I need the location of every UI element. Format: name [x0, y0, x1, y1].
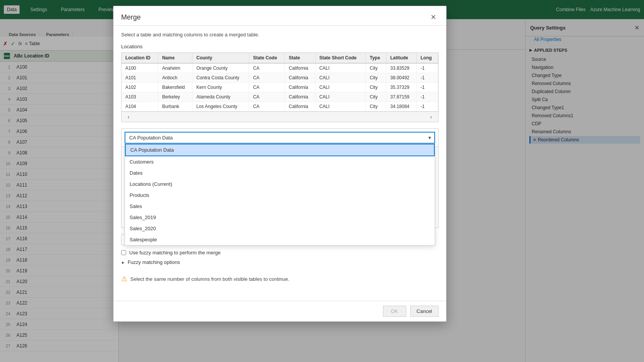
table-cell: Los Angeles County — [192, 102, 249, 111]
table-cell: Antioch — [158, 73, 192, 83]
table-column-header[interactable]: Location ID — [122, 53, 158, 63]
modal-header: Merge ✕ — [113, 6, 446, 26]
dropdown-list-item[interactable]: Sales_2019 — [125, 212, 435, 223]
table-cell: -1 — [416, 92, 438, 102]
table-cell: California — [285, 73, 315, 83]
table-cell: City — [366, 102, 386, 111]
table-cell: CA — [249, 102, 285, 111]
table-cell: A102 — [122, 83, 158, 92]
table-cell: City — [366, 92, 386, 102]
table-column-header[interactable]: County — [192, 53, 249, 63]
table-row[interactable]: A103BerkeleyAlameda CountyCACaliforniaCA… — [122, 92, 438, 102]
table-cell: City — [366, 63, 386, 73]
dropdown-list-item[interactable]: Products — [125, 190, 435, 201]
table-column-header[interactable]: Long — [416, 53, 438, 63]
table-column-header[interactable]: Type — [366, 53, 386, 63]
table-column-header[interactable]: Latitude — [386, 53, 416, 63]
table-cell: CA — [249, 63, 285, 73]
table-cell: -1 — [416, 63, 438, 73]
table-row[interactable]: A101AntiochContra Costa CountyCACaliforn… — [122, 73, 438, 83]
fuzzy-checkbox-label[interactable]: Use fuzzy matching to perform the merge — [129, 250, 220, 256]
table-column-header[interactable]: State — [285, 53, 315, 63]
table-cell: CALI — [315, 83, 366, 92]
table-cell: Berkeley — [158, 92, 192, 102]
table-row[interactable]: A100AnaheimOrange CountyCACaliforniaCALI… — [122, 63, 438, 73]
table-cell: CALI — [315, 92, 366, 102]
top-table-wrap: Location IDNameCountyState CodeStateStat… — [121, 52, 439, 122]
table-cell: City — [366, 83, 386, 92]
ok-button[interactable]: OK — [383, 306, 406, 317]
table-cell: Bakersfield — [158, 83, 192, 92]
table-column-header[interactable]: State Code — [249, 53, 285, 63]
dropdown-list[interactable]: CA Population DataCustomersDatesLocation… — [125, 143, 435, 246]
fuzzy-checkbox[interactable] — [121, 250, 126, 255]
dropdown-list-item[interactable]: Sales_2020 — [125, 223, 435, 234]
table-cell: -1 — [416, 73, 438, 83]
modal-title: Merge — [121, 13, 141, 21]
table-cell: Alameda County — [192, 92, 249, 102]
top-table: Location IDNameCountyState CodeStateStat… — [122, 53, 438, 111]
table-cell: California — [285, 102, 315, 111]
table-cell: Contra Costa County — [192, 73, 249, 83]
table-cell: 33.83529 — [386, 63, 416, 73]
top-table-label: Locations — [121, 44, 439, 49]
table-cell: CALI — [315, 102, 366, 111]
table-nav-left[interactable]: ‹ — [125, 113, 133, 121]
table-cell: 35.37329 — [386, 83, 416, 92]
table-cell: California — [285, 92, 315, 102]
table-column-header[interactable]: Name — [158, 53, 192, 63]
table-cell: 34.18084 — [386, 102, 416, 111]
table-row[interactable]: A104BurbankLos Angeles CountyCACaliforni… — [122, 102, 438, 111]
table-cell: Kern County — [192, 83, 249, 92]
fuzzy-expand-label: Fuzzy matching options — [128, 259, 180, 265]
dropdown-list-item[interactable]: Customers — [125, 156, 435, 167]
dropdown-list-item[interactable]: Locations (Current) — [125, 179, 435, 190]
table-cell: -1 — [416, 83, 438, 92]
table-nav-right[interactable]: › — [427, 113, 435, 121]
table-cell: CA — [249, 92, 285, 102]
table-cell: Anaheim — [158, 63, 192, 73]
cancel-button[interactable]: Cancel — [410, 306, 439, 317]
table-cell: California — [285, 83, 315, 92]
modal-footer: OK Cancel — [113, 301, 446, 321]
merge-dialog: Merge ✕ Select a table and matching colu… — [113, 6, 447, 322]
table-cell: A104 — [122, 102, 158, 111]
warning-text: Select the same number of columns from b… — [130, 276, 289, 282]
table-cell: A101 — [122, 73, 158, 83]
fuzzy-expand-icon: ► — [121, 260, 125, 265]
table-cell: Burbank — [158, 102, 192, 111]
table-nav: ‹ › — [122, 111, 438, 122]
table-cell: CA — [249, 73, 285, 83]
dropdown-container: CA Population DataCustomersDatesLocation… — [122, 129, 438, 147]
fuzzy-checkbox-row: Use fuzzy matching to perform the merge — [121, 250, 439, 256]
dropdown-list-item[interactable]: CA Population Data — [125, 144, 435, 156]
fuzzy-expand-row[interactable]: ► Fuzzy matching options — [121, 259, 439, 265]
dropdown-list-item[interactable]: Dates — [125, 167, 435, 179]
warning-icon: ⚠ — [121, 275, 127, 283]
table-dropdown[interactable]: CA Population DataCustomersDatesLocation… — [125, 132, 435, 144]
table-cell: CALI — [315, 73, 366, 83]
table-row[interactable]: A102BakersfieldKern CountyCACaliforniaCA… — [122, 83, 438, 92]
table-cell: -1 — [416, 102, 438, 111]
table-cell: A103 — [122, 92, 158, 102]
table-cell: California — [285, 63, 315, 73]
modal-body: Select a table and matching columns to c… — [113, 26, 446, 297]
warning-row: ⚠ Select the same number of columns from… — [121, 271, 439, 287]
table-cell: CA — [249, 83, 285, 92]
table-cell: CALI — [315, 63, 366, 73]
table-cell: 37.87159 — [386, 92, 416, 102]
table-cell: City — [366, 73, 386, 83]
modal-close-button[interactable]: ✕ — [428, 12, 439, 22]
table-cell: Orange County — [192, 63, 249, 73]
table-column-header[interactable]: State Short Code — [315, 53, 366, 63]
modal-subtitle: Select a table and matching columns to c… — [121, 32, 439, 38]
table-cell: 38.00492 — [386, 73, 416, 83]
second-table-area: CA Population DataCustomersDatesLocation… — [121, 128, 439, 228]
dropdown-list-item[interactable]: Salespeople — [125, 234, 435, 245]
table-cell: A100 — [122, 63, 158, 73]
dropdown-list-item[interactable]: Sales — [125, 201, 435, 212]
